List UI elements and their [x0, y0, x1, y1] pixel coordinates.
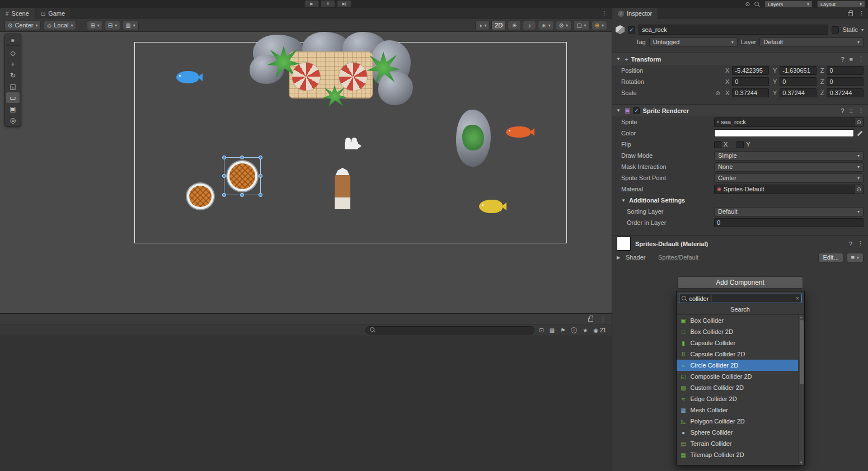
- selection-handle[interactable]: [259, 174, 262, 178]
- sorting-layer-dropdown[interactable]: Default ▾: [714, 207, 864, 216]
- component-option-terrain-collider[interactable]: ▤Terrain Collider: [677, 438, 804, 449]
- scroll-down-icon[interactable]: ▼: [800, 461, 803, 464]
- lock-icon[interactable]: [588, 318, 593, 322]
- search-icon[interactable]: [754, 2, 760, 7]
- foldout-icon[interactable]: ▶: [617, 255, 622, 260]
- visibility-count[interactable]: ◉21: [593, 327, 606, 333]
- foldout-icon[interactable]: ▼: [616, 56, 622, 62]
- help-icon[interactable]: ?: [841, 56, 844, 63]
- additional-settings-row[interactable]: ▼ Additional Settings: [612, 195, 868, 206]
- color-field[interactable]: [714, 129, 854, 137]
- sprite-umbrella-2[interactable]: [339, 63, 367, 91]
- eyedropper-icon[interactable]: [857, 130, 863, 136]
- cloud-icon[interactable]: ⊙: [745, 1, 750, 7]
- component-option-capsule-collider[interactable]: ▮Capsule Collider: [677, 337, 804, 348]
- gizmos-button[interactable]: ⊕▾: [592, 21, 607, 30]
- view-tool[interactable]: ◇: [6, 48, 20, 58]
- sprite-fish-yellow[interactable]: [479, 200, 503, 213]
- tag-dropdown[interactable]: Untagged ▾: [649, 37, 738, 47]
- sprite-fish-orange[interactable]: [506, 126, 531, 138]
- sprite-selection-outline[interactable]: [224, 157, 261, 195]
- constrain-proportions-icon[interactable]: ⊘: [714, 90, 721, 96]
- pivot-dropdown[interactable]: ⊙ Center ▾: [4, 21, 41, 30]
- component-option-sphere-collider[interactable]: ●Sphere Collider: [677, 427, 804, 438]
- scale-z-field[interactable]: 0.37244: [827, 88, 864, 97]
- static-dropdown-icon[interactable]: ▾: [861, 27, 864, 32]
- bottom-panel-content[interactable]: [0, 336, 612, 471]
- scene-lighting-button[interactable]: ☀: [508, 21, 521, 30]
- space-dropdown[interactable]: ◇ Local ▾: [44, 21, 76, 30]
- transform-header[interactable]: ▼ + Transform ? ≡ ⋮: [612, 53, 868, 65]
- component-option-box-collider-2d[interactable]: □Box Collider 2D: [677, 326, 804, 337]
- component-search-input[interactable]: collider ×: [679, 294, 802, 303]
- selection-handle[interactable]: [259, 193, 262, 197]
- sprite-fish-blue[interactable]: [176, 71, 199, 83]
- order-in-layer-field[interactable]: 0: [714, 218, 864, 227]
- component-option-polygon-collider-2d[interactable]: ◺Polygon Collider 2D: [677, 416, 804, 427]
- component-option-custom-collider-2d[interactable]: ▨Custom Collider 2D: [677, 382, 804, 393]
- alert-button[interactable]: !: [571, 327, 577, 333]
- add-component-button[interactable]: Add Component: [677, 276, 803, 289]
- selection-handle[interactable]: [259, 156, 262, 159]
- presets-icon[interactable]: ≡: [850, 107, 853, 114]
- scroll-up-icon[interactable]: ▲: [800, 315, 803, 319]
- material-preview-swatch[interactable]: [617, 237, 631, 251]
- step-button[interactable]: ▶|: [337, 0, 351, 7]
- component-option-mesh-collider[interactable]: ▦Mesh Collider: [677, 404, 804, 416]
- foldout-icon[interactable]: ▼: [616, 108, 622, 113]
- presets-icon[interactable]: ≡: [850, 56, 853, 63]
- sprite-renderer-header[interactable]: ▼ ▣ ✓ Sprite Renderer ? ≡ ⋮: [612, 104, 868, 116]
- component-enabled-checkbox[interactable]: ✓: [633, 107, 640, 114]
- scale-x-field[interactable]: 0.37244: [732, 88, 769, 97]
- more-icon[interactable]: ⋮: [858, 55, 864, 63]
- scale-y-field[interactable]: 0.37244: [780, 88, 817, 97]
- camera-gizmo[interactable]: [345, 142, 358, 149]
- sprite-umbrella-1[interactable]: [292, 63, 320, 91]
- position-y-field[interactable]: -1.630651: [780, 66, 817, 75]
- help-icon[interactable]: ?: [841, 107, 844, 114]
- position-x-field[interactable]: -5.422395: [732, 66, 769, 75]
- increment-snap-button[interactable]: ▥▾: [122, 21, 138, 30]
- component-option-tilemap-collider-2d[interactable]: ▦Tilemap Collider 2D: [677, 449, 804, 460]
- panel-options-icon[interactable]: ⋮: [600, 315, 606, 323]
- rotate-tool[interactable]: ↻: [6, 70, 20, 81]
- edit-shader-button[interactable]: Edit...: [818, 253, 843, 262]
- scale-tool[interactable]: ◱: [6, 81, 20, 92]
- material-object-field[interactable]: ◉ Sprites-Default ⊙: [714, 185, 864, 194]
- overlay-menu-button[interactable]: ≡: [6, 35, 20, 46]
- pause-button[interactable]: ‖: [321, 0, 335, 7]
- scene-audio-button[interactable]: ♪: [523, 21, 536, 30]
- component-option-capsule-collider-2d[interactable]: 0Capsule Collider 2D: [677, 348, 804, 360]
- draw-mode-dropdown[interactable]: Simple ▾: [714, 151, 864, 161]
- selection-handle[interactable]: [222, 193, 226, 197]
- tab-scene[interactable]: # Scene: [0, 8, 35, 19]
- help-icon[interactable]: ?: [849, 241, 852, 247]
- mask-interaction-dropdown[interactable]: None ▾: [714, 162, 864, 172]
- transform-tool[interactable]: ▣: [6, 103, 20, 114]
- move-tool[interactable]: +: [6, 59, 20, 69]
- inspector-options-icon[interactable]: ⋮: [858, 10, 865, 17]
- custom-tool[interactable]: ◎: [6, 115, 20, 125]
- 2d-toggle-button[interactable]: 2D: [491, 21, 506, 30]
- layer-dropdown[interactable]: Default ▾: [759, 37, 864, 47]
- component-option-circle-collider-2d[interactable]: ○Circle Collider 2D: [677, 360, 804, 371]
- more-icon[interactable]: ⋮: [858, 107, 864, 114]
- selection-handle[interactable]: [240, 193, 244, 197]
- position-z-field[interactable]: 0: [827, 66, 864, 75]
- scrollbar-thumb[interactable]: [800, 320, 804, 384]
- foldout-icon[interactable]: ▼: [621, 198, 627, 203]
- object-picker-icon[interactable]: ⊙: [854, 118, 863, 126]
- play-button[interactable]: ▶: [304, 0, 319, 7]
- grid-visibility-button[interactable]: ⊞▾: [87, 21, 102, 30]
- clear-search-icon[interactable]: ×: [796, 295, 799, 302]
- layers-dropdown[interactable]: Layers ▾: [764, 1, 813, 8]
- rotation-y-field[interactable]: 0: [780, 77, 817, 86]
- object-name-field[interactable]: sea_rock: [639, 25, 828, 35]
- tab-inspector[interactable]: i Inspector: [612, 8, 658, 19]
- scene-canvas[interactable]: ≡◇+↻◱▭▣◎: [0, 32, 612, 313]
- sprite-object-field[interactable]: ▪ sea_rock ⊙: [714, 117, 864, 127]
- tab-game[interactable]: ⊡ Game: [35, 8, 71, 19]
- flip-x-checkbox[interactable]: [714, 141, 721, 148]
- more-icon[interactable]: ⋮: [857, 240, 864, 247]
- static-checkbox[interactable]: [832, 26, 839, 34]
